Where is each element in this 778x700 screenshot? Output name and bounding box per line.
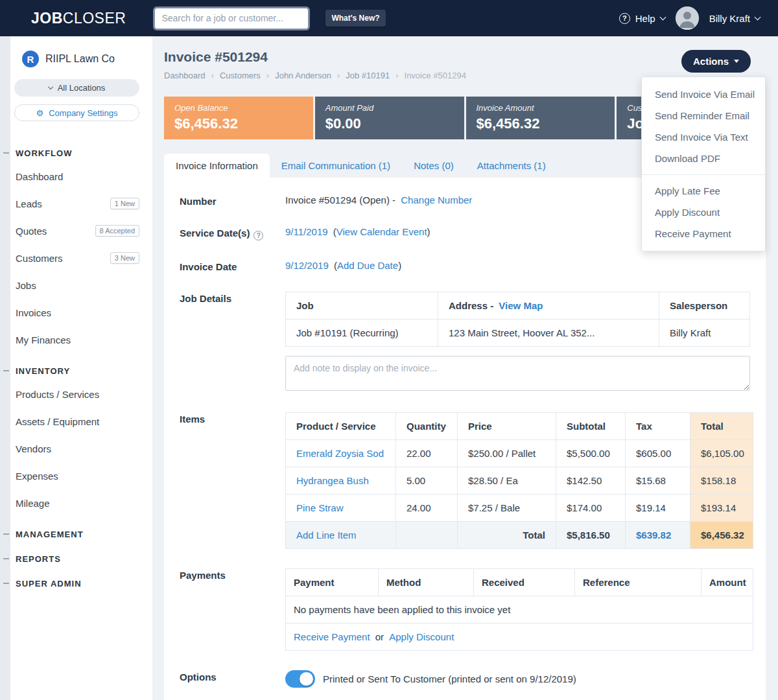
item-row: Emerald Zoysia Sod 22.00 $250.00 / Palle…: [286, 440, 753, 467]
menu-item-receive-payment[interactable]: Receive Payment: [642, 223, 765, 244]
top-navbar: JOBCLOSER What's New? ? Help Billy Kraft: [0, 0, 778, 36]
view-calendar-event-link[interactable]: View Calendar Event: [336, 226, 427, 237]
item-row: Hydrangea Bush 5.00 $28.50 / Ea $142.50 …: [286, 467, 753, 495]
menu-item-apply-discount[interactable]: Apply Discount: [642, 202, 765, 223]
total-cell: $193.14: [690, 495, 753, 522]
minus-icon: [3, 533, 9, 535]
invoice-note-input[interactable]: [285, 356, 750, 391]
job-details-data-row: Job #10191 (Recurring) 123 Main Street, …: [286, 320, 750, 347]
options-label: Options: [180, 670, 285, 688]
sidebar-section-header-inventory[interactable]: INVENTORY: [0, 364, 152, 378]
reference-header: Reference: [575, 569, 701, 596]
method-header: Method: [379, 569, 474, 596]
change-number-link[interactable]: Change Number: [401, 194, 472, 205]
breadcrumb-current: Invoice #501294: [405, 71, 466, 80]
printed-toggle[interactable]: [285, 670, 315, 688]
question-icon[interactable]: ?: [253, 231, 263, 240]
invoice-date-link[interactable]: 9/12/2019: [285, 260, 329, 271]
add-line-item-link[interactable]: Add Line Item: [296, 530, 357, 541]
product-link[interactable]: Emerald Zoysia Sod: [296, 448, 384, 459]
sidebar-item-vendors[interactable]: Vendors: [0, 435, 152, 462]
page-title: Invoice #501294: [164, 49, 766, 65]
app-logo[interactable]: JOBCLOSER: [31, 10, 126, 27]
items-table: Product / Service Quantity Price Subtota…: [285, 412, 753, 549]
sidebar-section-header-management[interactable]: MANAGEMENT: [0, 527, 152, 541]
location-selector[interactable]: All Locations: [14, 79, 139, 97]
sidebar-section-header-super-admin[interactable]: SUPER ADMIN: [0, 576, 152, 590]
sidebar-item-expenses[interactable]: Expenses: [0, 462, 152, 489]
sidebar-item-assets-equipment[interactable]: Assets / Equipment: [0, 408, 152, 435]
product-link[interactable]: Hydrangea Bush: [296, 475, 369, 486]
help-menu[interactable]: ? Help: [619, 13, 665, 24]
total-cell: $6,105.00: [690, 440, 753, 467]
sidebar-item-label: My Finances: [16, 334, 71, 345]
address-header-text: Address -: [449, 300, 493, 311]
menu-item-send-invoice-via-text[interactable]: Send Invoice Via Text: [642, 126, 765, 148]
menu-item-download-pdf[interactable]: Download PDF: [642, 148, 765, 169]
sidebar-item-jobs[interactable]: Jobs: [0, 272, 152, 299]
service-date-link[interactable]: 9/11/2019: [285, 226, 328, 237]
sidebar-item-my-finances[interactable]: My Finances: [0, 326, 152, 353]
amount-header: Amount: [701, 569, 753, 596]
total-cell: $158.18: [690, 467, 753, 495]
whats-new-button[interactable]: What's New?: [325, 10, 385, 27]
address-cell: 123 Main Street, Hoover AL 352...: [438, 320, 659, 347]
breadcrumb-dashboard[interactable]: Dashboard: [164, 71, 206, 80]
gear-icon: ⚙: [36, 109, 44, 117]
tab-email-communication[interactable]: Email Communication (1): [270, 154, 402, 178]
quantity-cell: 24.00: [396, 495, 458, 522]
user-name: Billy Kraft: [709, 13, 750, 24]
company-settings-button[interactable]: ⚙ Company Settings: [14, 104, 139, 121]
company-header: R RIIPL Lawn Co: [0, 36, 152, 67]
receive-payment-link[interactable]: Receive Payment: [294, 631, 370, 642]
sidebar-section-header-reports[interactable]: REPORTS: [0, 552, 152, 566]
tax-total-link[interactable]: $639.82: [636, 530, 671, 541]
settings-label: Company Settings: [49, 108, 117, 118]
tab-attachments[interactable]: Attachments (1): [466, 154, 558, 178]
sidebar-item-customers[interactable]: Customers 3 New: [0, 244, 152, 272]
tab-notes[interactable]: Notes (0): [402, 154, 466, 178]
menu-item-send-invoice-via-email[interactable]: Send Invoice Via Email: [642, 84, 765, 105]
sidebar-section-header-workflow[interactable]: WORKFLOW: [0, 146, 152, 160]
section-title: SUPER ADMIN: [16, 579, 82, 589]
sidebar-section-reports: REPORTS: [0, 552, 152, 566]
stat-label: Open Balance: [174, 103, 303, 113]
breadcrumb-job[interactable]: Job #10191: [346, 71, 390, 80]
avatar[interactable]: [676, 6, 699, 30]
sidebar-item-invoices[interactable]: Invoices: [0, 299, 152, 326]
tax-cell: $605.00: [626, 440, 690, 467]
breadcrumb-separator: ›: [337, 71, 340, 80]
breadcrumb-customers[interactable]: Customers: [220, 71, 261, 80]
grand-total-cell: $6,456.32: [690, 522, 753, 549]
product-link[interactable]: Pine Straw: [296, 502, 344, 513]
options-row: Options Printed or Sent To Customer (pri…: [180, 670, 750, 688]
navbar-right: ? Help Billy Kraft: [619, 6, 760, 30]
sidebar-item-label: Assets / Equipment: [16, 416, 99, 427]
menu-item-apply-late-fee[interactable]: Apply Late Fee: [642, 180, 765, 202]
job-details-label: Job Details: [180, 292, 285, 393]
sidebar-item-products-services[interactable]: Products / Services: [0, 380, 152, 408]
sidebar-item-leads[interactable]: Leads 1 New: [0, 190, 152, 217]
tab-invoice-information[interactable]: Invoice Information: [164, 154, 270, 178]
sidebar-item-mileage[interactable]: Mileage: [0, 489, 152, 517]
sidebar-item-label: Customers: [16, 253, 63, 264]
breadcrumb-john-anderson[interactable]: John Anderson: [275, 71, 331, 80]
view-map-link[interactable]: View Map: [499, 300, 543, 311]
product-service-header: Product / Service: [286, 413, 396, 440]
chevron-down-icon: [659, 14, 666, 20]
add-due-date-link[interactable]: Add Due Date: [337, 260, 398, 271]
user-menu[interactable]: Billy Kraft: [709, 13, 760, 24]
breadcrumb-separator: ›: [266, 71, 269, 80]
tax-header: Tax: [626, 413, 690, 440]
sidebar-item-dashboard[interactable]: Dashboard: [0, 163, 152, 190]
invoice-number-value: Invoice #501294 (Open) -: [285, 194, 395, 205]
apply-discount-link[interactable]: Apply Discount: [389, 631, 454, 642]
actions-button[interactable]: Actions: [681, 50, 751, 73]
breadcrumb-separator: ›: [395, 71, 398, 80]
logo-text-bold: JOB: [31, 10, 63, 27]
menu-item-send-reminder-email[interactable]: Send Reminder Email: [642, 105, 765, 126]
search-input[interactable]: [154, 8, 309, 29]
minus-icon: [3, 152, 9, 154]
stat-label: Amount Paid: [325, 103, 454, 113]
sidebar-item-quotes[interactable]: Quotes 8 Accepted: [0, 217, 152, 244]
